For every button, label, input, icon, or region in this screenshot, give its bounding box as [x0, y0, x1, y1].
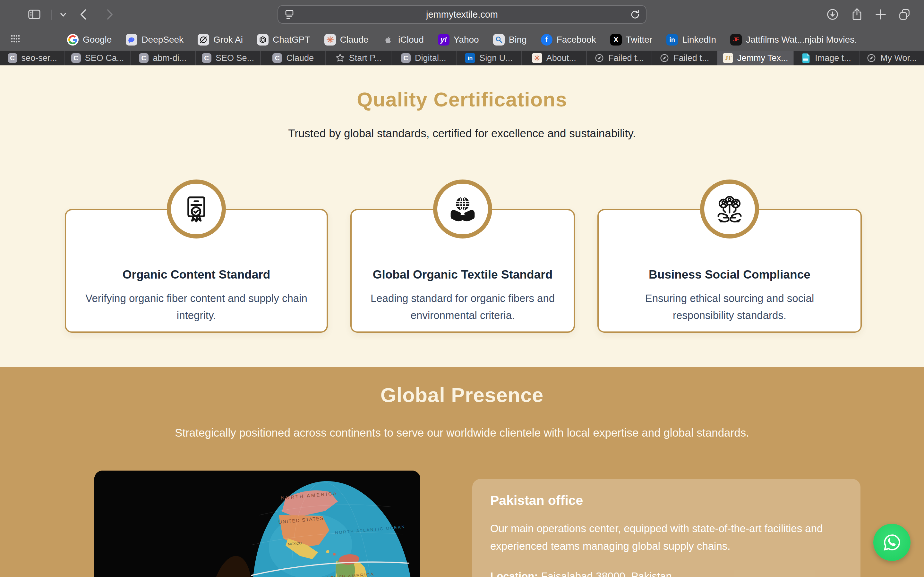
favorite-twitter[interactable]: X Twitter: [610, 34, 652, 45]
favorite-label: ChatGPT: [273, 35, 310, 45]
share-button[interactable]: [848, 0, 866, 29]
apple-icon: [383, 34, 394, 45]
x-twitter-icon: X: [610, 34, 622, 45]
favorite-facebook[interactable]: f Facebook: [541, 34, 596, 45]
people-in-hands-icon: [715, 194, 744, 224]
tab-label: About...: [546, 53, 576, 63]
back-chevron-icon: [78, 8, 90, 21]
browser-toolbar: jemmytextile.com: [0, 0, 924, 29]
whatsapp-icon: [882, 532, 902, 553]
tab-label: Failed t...: [608, 53, 644, 63]
yahoo-icon: y!: [438, 34, 449, 45]
favorite-label: Google: [83, 35, 111, 45]
card-organic-content-standard: Organic Content Standard Verifying organ…: [65, 209, 328, 333]
tab-claude[interactable]: C Claude: [261, 51, 326, 65]
tab-sign-u[interactable]: in Sign U...: [457, 51, 522, 65]
favorite-google[interactable]: Google: [67, 34, 111, 45]
office-body: Our main operations center, equipped wit…: [490, 520, 843, 555]
favorite-linkedin[interactable]: in LinkedIn: [666, 34, 716, 45]
favorite-label: LinkedIn: [682, 35, 716, 45]
favorite-grok[interactable]: Grok Ai: [198, 34, 243, 45]
back-button[interactable]: [74, 0, 93, 29]
linkedin-icon: in: [666, 34, 678, 45]
address-bar[interactable]: jemmytextile.com: [278, 5, 646, 24]
tab-about[interactable]: About...: [522, 51, 587, 65]
tab-overview-button[interactable]: [895, 0, 914, 29]
downloads-button[interactable]: [823, 0, 842, 29]
tab-label: SEO Ca...: [85, 53, 124, 63]
certifications-heading: Quality Certifications: [0, 65, 924, 111]
grok-icon: [198, 34, 209, 45]
claude-favicon: C: [71, 53, 81, 63]
globe-hands-icon-circle: [433, 179, 492, 239]
tab-failed-2[interactable]: Failed t...: [652, 51, 717, 65]
claude-favicon: C: [8, 53, 17, 63]
tab-label: seo-ser...: [21, 53, 57, 63]
tab-label: Start P...: [349, 53, 382, 63]
tab-my-wor[interactable]: My Wor...: [859, 51, 924, 65]
tab-bar: C seo-ser... C SEO Ca... C abm-di... C S…: [0, 51, 924, 65]
quality-certifications-section: Quality Certifications Trusted by global…: [0, 65, 924, 367]
reload-icon[interactable]: [630, 9, 640, 19]
card-description: Ensuring ethical sourcing and social res…: [615, 290, 843, 324]
favorite-icloud[interactable]: iCloud: [383, 34, 423, 45]
favorite-deepseek[interactable]: DeepSeek: [126, 34, 184, 45]
claude-favicon: C: [401, 53, 411, 63]
tab-label: Jemmy Tex...: [737, 53, 788, 63]
bing-icon: [493, 34, 505, 45]
favorite-claude[interactable]: Claude: [325, 34, 368, 45]
compass-icon: [867, 53, 876, 63]
tab-seo-se[interactable]: C SEO Se...: [196, 51, 261, 65]
location-label: Location:: [490, 570, 538, 577]
forward-chevron-icon: [103, 8, 116, 21]
favorite-chatgpt[interactable]: ChatGPT: [257, 34, 310, 45]
global-presence-subtitle: Strategically positioned across continen…: [0, 426, 924, 439]
tab-seo-ca[interactable]: C SEO Ca...: [65, 51, 130, 65]
tab-label: Digital...: [415, 53, 446, 63]
favorite-label: DeepSeek: [142, 35, 184, 45]
claude-favicon: C: [202, 53, 212, 63]
favorite-yahoo[interactable]: y! Yahoo: [438, 34, 479, 45]
sidebar-toggle-button[interactable]: [25, 0, 44, 29]
favorites-bar: Google DeepSeek Grok Ai: [0, 29, 924, 51]
certification-cards-row: Organic Content Standard Verifying organ…: [65, 209, 862, 333]
chevron-down-icon: [58, 10, 68, 19]
tab-label: Image t...: [815, 53, 851, 63]
card-global-organic-textile-standard: Global Organic Textile Standard Leading …: [351, 209, 575, 333]
location-value: Faisalabad 38000, Pakistan: [541, 570, 672, 577]
favorite-label: iCloud: [398, 35, 423, 45]
tab-image-t[interactable]: Image t...: [794, 51, 859, 65]
linkedin-favicon: in: [465, 53, 475, 63]
favorite-label: Claude: [340, 35, 368, 45]
favorite-jattfilms[interactable]: JF Jattfilms Wat...njabi Movies.: [730, 34, 857, 45]
tab-start-page[interactable]: Start P...: [326, 51, 391, 65]
new-tab-button[interactable]: [871, 0, 890, 29]
whatsapp-button[interactable]: [873, 524, 911, 561]
claude-icon: [325, 34, 336, 45]
claude-favicon: C: [272, 53, 282, 63]
forward-button[interactable]: [100, 0, 119, 29]
tab-label: Claude: [286, 53, 314, 63]
globe-photo: NORTH AMERICA UNITED STATES MEXICO NORTH…: [94, 471, 420, 577]
favorite-bing[interactable]: Bing: [493, 34, 527, 45]
deepseek-icon: [126, 34, 137, 45]
tab-digital[interactable]: C Digital...: [391, 51, 457, 65]
tab-failed-1[interactable]: Failed t...: [587, 51, 652, 65]
certifications-subtitle: Trusted by global standards, certified f…: [0, 127, 924, 140]
tab-abm-di[interactable]: C abm-di...: [131, 51, 196, 65]
card-description: Leading standard for organic fibers and …: [365, 290, 561, 324]
card-title: Business Social Compliance: [612, 268, 848, 282]
chatgpt-icon: [257, 34, 268, 45]
pakistan-office-card: Pakistan office Our main operations cent…: [472, 479, 861, 577]
favorite-label: Yahoo: [454, 35, 479, 45]
tab-jemmy-textile-active[interactable]: JT Jemmy Tex...: [717, 51, 795, 65]
tab-seo-ser[interactable]: C seo-ser...: [0, 51, 65, 65]
global-presence-heading: Global Presence: [0, 367, 924, 406]
certificate-icon: [182, 194, 211, 224]
jattfilms-icon: JF: [730, 34, 742, 45]
url-text: jemmytextile.com: [278, 9, 646, 20]
tab-overview-icon: [897, 7, 912, 22]
toolbar-divider: [51, 10, 52, 20]
frequently-visited-grid-icon[interactable]: [11, 35, 20, 43]
sidebar-dropdown-button[interactable]: [55, 0, 71, 29]
